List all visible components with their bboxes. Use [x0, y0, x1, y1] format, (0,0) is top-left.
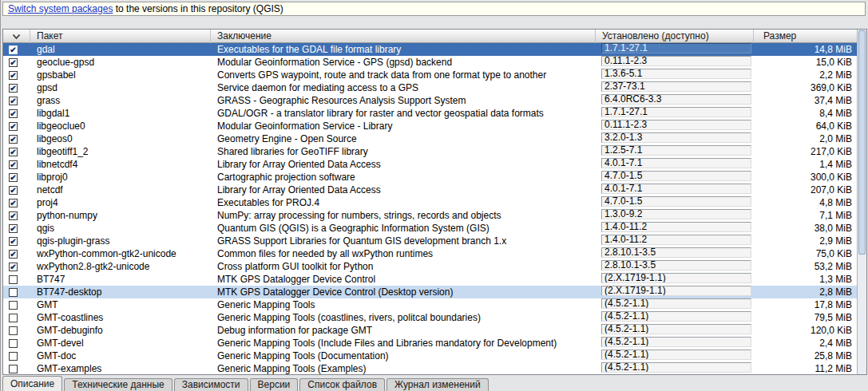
package-version-field: (2.X.1719-1.1) — [601, 286, 751, 296]
package-summary: Modular Geoinformation Service - Library — [211, 120, 596, 132]
checkbox-checked-icon[interactable]: ✔ — [9, 122, 18, 131]
package-row[interactable]: GMT-coastlinesGeneric Mapping Tools (coa… — [3, 311, 857, 324]
package-version-field: 4.0.1-7.1 — [601, 158, 751, 168]
package-row[interactable]: GMT-develGeneric Mapping Tools (Include … — [3, 337, 857, 350]
checkbox-checked-icon[interactable]: ✔ — [9, 173, 18, 182]
checkbox-unchecked-icon[interactable] — [9, 288, 18, 297]
package-name: wxPython-common-gtk2-unicode — [30, 248, 211, 259]
package-summary: GRASS - Geographic Resources Analysis Su… — [211, 95, 596, 106]
package-installed-cell: 1.3.0-9.2 — [596, 209, 754, 222]
checkbox-checked-icon[interactable]: ✔ — [9, 135, 18, 144]
checkbox-checked-icon[interactable]: ✔ — [9, 186, 18, 195]
checkbox-checked-icon[interactable]: ✔ — [9, 109, 18, 118]
package-version-field: 1.7.1-27.1 — [601, 107, 751, 117]
checkbox-checked-icon[interactable]: ✔ — [9, 250, 18, 259]
checkbox-unchecked-icon[interactable] — [9, 326, 18, 335]
column-header-size[interactable]: Размер — [754, 30, 857, 43]
package-size: 1,3 MiB — [754, 274, 857, 285]
package-row[interactable]: GMTGeneric Mapping Tools(4.5.2-1.1)17,8 … — [3, 298, 857, 311]
package-checkbox-cell — [3, 352, 30, 361]
checkbox-unchecked-icon[interactable] — [9, 339, 18, 348]
package-name: libgeos0 — [30, 133, 211, 144]
checkbox-unchecked-icon[interactable] — [9, 275, 18, 284]
checkbox-unchecked-icon[interactable] — [9, 365, 18, 373]
package-row[interactable]: ✔gdalExecutables for the GDAL file forma… — [3, 43, 857, 56]
package-summary: Service daemon for mediating access to a… — [211, 82, 596, 93]
package-checkbox-cell: ✔ — [3, 160, 30, 169]
package-name: wxPython2.8-gtk2-unicode — [30, 261, 211, 272]
package-version-field: 1.7.1-27.1 — [601, 43, 751, 53]
checkbox-checked-icon[interactable]: ✔ — [9, 84, 18, 93]
package-installed-cell: 1.4.0-11.2 — [596, 222, 754, 235]
column-header-summary[interactable]: Заключение — [211, 30, 596, 43]
checkbox-unchecked-icon[interactable] — [9, 352, 18, 361]
package-row[interactable]: ✔libgdal1GDAL/OGR - a translator library… — [3, 107, 857, 120]
switch-system-packages-link[interactable]: Switch system packages — [8, 3, 113, 14]
checkbox-checked-icon[interactable]: ✔ — [9, 58, 18, 67]
package-row[interactable]: ✔wxPython2.8-gtk2-unicodeCross platform … — [3, 260, 857, 273]
bottom-tab[interactable]: Технические данные — [64, 378, 172, 391]
checkbox-unchecked-icon[interactable] — [9, 314, 18, 322]
package-row[interactable]: GMT-debuginfoDebug information for packa… — [3, 324, 857, 337]
bottom-tab[interactable]: Список файлов — [299, 378, 385, 391]
package-installed-cell: 4.7.0-1.5 — [596, 171, 754, 184]
package-row[interactable]: ✔geoclue-gpsdModular Geoinformation Serv… — [3, 56, 857, 69]
package-row[interactable]: GMT-examplesGeneric Mapping Tools (Examp… — [3, 362, 857, 374]
package-summary: Generic Mapping Tools (coastlines, river… — [211, 312, 596, 323]
package-version-field: 1.4.0-11.2 — [601, 235, 751, 245]
package-row[interactable]: ✔netcdfLibrary for Array Oriented Data A… — [3, 184, 857, 196]
package-summary: MTK GPS Datalogger Device Control — [211, 274, 596, 285]
checkbox-unchecked-icon[interactable] — [9, 301, 18, 310]
package-size: 79,5 MiB — [754, 312, 857, 323]
package-row[interactable]: ✔libgeos0Geometry Engine - Open Source3.… — [3, 132, 857, 145]
checkbox-checked-icon[interactable]: ✔ — [9, 148, 18, 156]
package-name: GMT-doc — [30, 350, 211, 361]
checkbox-checked-icon[interactable]: ✔ — [9, 199, 18, 207]
package-summary: Generic Mapping Tools — [211, 299, 596, 310]
package-summary: Generic Mapping Tools (Include Files and… — [211, 338, 596, 349]
package-row[interactable]: ✔qgisQuantum GIS (QGIS) is a Geographic … — [3, 222, 857, 235]
package-summary: Generic Mapping Tools (Examples) — [211, 363, 596, 374]
checkbox-checked-icon[interactable]: ✔ — [9, 97, 18, 105]
package-checkbox-cell — [3, 288, 30, 297]
package-row[interactable]: ✔python-numpyNumPy: array processing for… — [3, 209, 857, 222]
package-version-field: (4.5.2-1.1) — [601, 362, 751, 373]
vertical-scrollbar[interactable] — [857, 30, 866, 374]
bottom-tab[interactable]: Версии — [250, 378, 299, 391]
checkbox-checked-icon[interactable]: ✔ — [9, 237, 18, 246]
column-header-status[interactable] — [3, 30, 30, 43]
bottom-tab[interactable]: Описание — [2, 376, 62, 391]
checkbox-checked-icon[interactable]: ✔ — [9, 224, 18, 233]
package-row[interactable]: ✔grassGRASS - Geographic Resources Analy… — [3, 94, 857, 107]
package-row[interactable]: ✔libgeotiff1_2Shared libraries for GeoTI… — [3, 145, 857, 158]
package-row[interactable]: ✔qgis-plugin-grassGRASS Support Librarie… — [3, 235, 857, 247]
package-summary: Executables for the GDAL file format lib… — [211, 44, 596, 55]
package-row[interactable]: GMT-docGeneric Mapping Tools (Documentat… — [3, 350, 857, 362]
column-header-package[interactable]: Пакет — [30, 30, 211, 43]
package-size: 11,2 MiB — [754, 363, 857, 374]
package-row[interactable]: ✔wxPython-common-gtk2-unicodeCommon file… — [3, 247, 857, 260]
package-installed-cell: 1.3.6-5.1 — [596, 69, 754, 81]
checkbox-checked-icon[interactable]: ✔ — [9, 45, 18, 54]
package-summary: NumPy: array processing for numbers, str… — [211, 210, 596, 221]
scrollbar-thumb[interactable] — [858, 30, 866, 255]
package-row[interactable]: ✔libproj0Cartographic projection softwar… — [3, 171, 857, 184]
checkbox-checked-icon[interactable]: ✔ — [9, 71, 18, 80]
bottom-tab[interactable]: Журнал изменений — [386, 378, 489, 391]
package-row[interactable]: ✔proj4Executables for PROJ.44.7.0-1.54,8… — [3, 196, 857, 209]
package-size: 38,0 MiB — [754, 223, 857, 234]
package-row[interactable]: ✔gpsbabelConverts GPS waypoint, route an… — [3, 69, 857, 81]
package-row[interactable]: BT747-desktopMTK GPS Datalogger Device C… — [3, 286, 857, 298]
package-row[interactable]: ✔gpsdService daemon for mediating access… — [3, 81, 857, 94]
package-checkbox-cell: ✔ — [3, 237, 30, 246]
package-version-field: (4.5.2-1.1) — [601, 324, 751, 334]
package-row[interactable]: ✔libgeoclue0Modular Geoinformation Servi… — [3, 120, 857, 132]
bottom-tab[interactable]: Зависимости — [174, 378, 248, 391]
package-row[interactable]: BT747MTK GPS Datalogger Device Control(2… — [3, 273, 857, 286]
package-row[interactable]: ✔libnetcdf4Library for Array Oriented Da… — [3, 158, 857, 171]
checkbox-checked-icon[interactable]: ✔ — [9, 211, 18, 220]
column-header-installed[interactable]: Установлено (доступно) — [596, 30, 754, 43]
checkbox-checked-icon[interactable]: ✔ — [9, 263, 18, 271]
checkbox-checked-icon[interactable]: ✔ — [9, 160, 18, 169]
package-name: gpsd — [30, 82, 211, 93]
